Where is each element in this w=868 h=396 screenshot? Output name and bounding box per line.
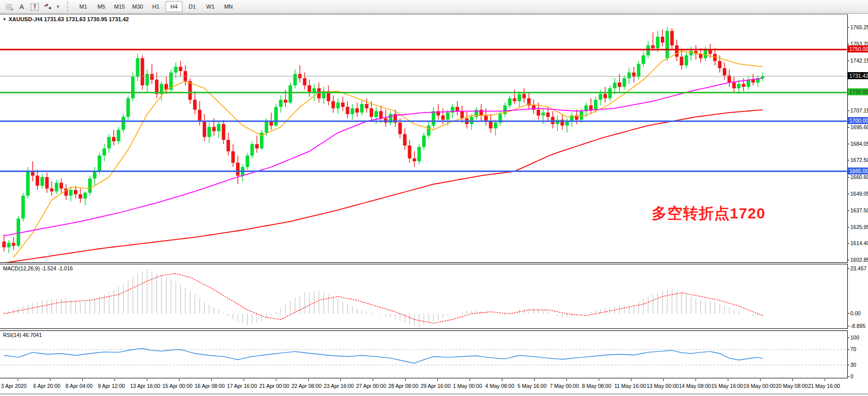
axis-tick-mark [847,268,849,269]
price-tick-label: 1625.95 [850,224,868,230]
axis-tick-mark [847,127,849,128]
rsi-chart[interactable] [0,331,847,378]
axis-tick-mark [847,313,849,314]
time-tick-mark [244,379,244,381]
price-tick-label: 1602.85 [850,257,868,263]
text-tool-icon[interactable]: A [16,2,28,12]
axis-tick-mark [847,326,849,326]
rsi-tick-label: 30 [850,362,856,368]
time-tick-label: 20 May 08:00 [776,383,808,389]
fibonacci-grid-icon[interactable]: F [3,2,15,12]
time-tick-mark [566,379,567,381]
collapse-arrow-icon[interactable]: ▼ [3,17,7,22]
price-tick-label: 1614.40 [850,240,868,246]
time-tick-label: 5 May 16:00 [517,383,547,389]
toolbar-separator [67,2,70,12]
time-tick-label: 11 May 16:00 [614,383,646,389]
macd-chart[interactable] [0,264,847,328]
time-tick-label: 19 May 00:00 [743,383,776,389]
axis-tick-mark [847,110,849,111]
time-tick-mark [211,379,212,381]
tf-button-h4[interactable]: H4 [165,1,183,12]
price-tick-label: 1684.05 [850,141,868,147]
rsi-panel[interactable] [0,330,848,378]
tf-button-w1[interactable]: W1 [202,1,219,12]
time-tick-mark [437,379,438,381]
macd-tick-label: 23.457 [850,265,866,271]
macd-panel[interactable] [0,264,848,329]
window-bottom-edge [0,393,868,394]
time-tick-label: 15 May 16:00 [711,383,743,389]
time-tick-mark [373,379,373,381]
time-tick-label: 22 Apr 08:00 [292,383,322,389]
price-flag-1720.00: 1720.00 [848,88,868,95]
time-tick-mark [502,379,502,381]
time-tick-label: 7 May 00:00 [550,383,579,389]
time-tick-label: 21 Apr 00:00 [259,383,290,389]
price-flag-1665.00: 1665.00 [848,167,868,175]
tf-button-m1[interactable]: M1 [75,1,92,12]
time-axis[interactable]: 3 Apr 20206 Apr 20:008 Apr 04:009 Apr 12… [0,379,868,393]
price-tick-label: 1649.05 [850,191,868,197]
time-tick-label: 23 Apr 16:00 [324,383,354,389]
time-tick-label: 13 Apr 16:00 [130,383,160,389]
axis-tick-mark [847,160,849,160]
time-tick-mark [696,379,696,381]
arrows-tool-icon[interactable] [42,2,54,12]
rsi-tick-label: 70 [850,346,856,352]
macd-tick-label: 0.00 [850,310,860,316]
top-toolbar: F A T ▾ M1M5M15M30H1H4D1W1MN [0,0,868,14]
symbol-ohlc-text: XAUUSD-,H4 1731.63 1731.63 1730.95 1731.… [9,16,129,22]
axis-tick-mark [847,260,849,260]
axis-tick-mark [847,61,849,61]
time-tick-label: 8 Apr 04:00 [66,383,93,389]
axis-tick-mark [847,365,849,365]
axis-tick-mark [847,194,849,194]
price-tick-label: 1765.25 [850,24,868,30]
tf-button-d1[interactable]: D1 [184,1,201,12]
time-tick-label: 21 May 16:00 [808,383,840,389]
time-tick-mark [534,379,535,381]
price-flag-1731.42: 1731.42 [848,72,868,79]
time-tick-mark [147,379,147,381]
chart-annotation-text: 多空转折点1720 [652,203,766,224]
time-tick-label: 17 Apr 16:00 [227,383,257,389]
price-tick-label: 1742.15 [850,58,868,64]
mt4-chart-window: { "toolbar": { "tools": [ {"name": "fibo… [0,0,868,396]
price-tick-label: 1637.50 [850,207,868,213]
axis-tick-mark [847,44,849,44]
time-tick-label: 14 May 08:00 [679,383,711,389]
axis-tick-mark [847,210,849,211]
time-tick-mark [405,379,406,381]
time-tick-label: 1 May 00:00 [453,383,482,389]
tf-button-m5[interactable]: M5 [93,1,110,12]
price-tick-label: 1660.60 [850,174,868,180]
time-tick-mark [760,379,761,381]
time-tick-mark [663,379,664,381]
boxed-t-glyph: T [31,3,39,11]
timeframe-button-group: M1M5M15M30H1H4D1W1MN [74,1,238,12]
time-tick-mark [308,379,309,381]
axis-tick-mark [847,177,849,178]
time-tick-label: 9 Apr 12:00 [98,383,125,389]
tf-button-mn[interactable]: MN [220,1,237,12]
axis-tick-mark [847,337,849,338]
time-tick-mark [179,379,180,381]
time-tick-label: 13 May 00:00 [647,383,679,389]
caret-down-icon[interactable]: ▾ [55,2,61,12]
axis-tick-mark [847,27,849,28]
text-label-tool-icon[interactable]: T [29,2,41,12]
time-tick-mark [728,379,728,381]
price-chart-panel[interactable] [0,14,848,263]
axis-tick-mark [847,349,849,350]
tf-button-h1[interactable]: H1 [147,1,164,12]
tf-button-m15[interactable]: M15 [111,1,128,12]
axis-tick-mark [847,376,849,377]
macd-indicator-label: MACD(12,26,9) -1.524 -1.016 [3,265,73,271]
time-tick-mark [825,379,825,381]
candlestick-chart[interactable] [0,15,847,262]
tf-button-m30[interactable]: M30 [129,1,146,12]
time-tick-mark [82,379,83,381]
price-tick-label: 1695.60 [850,124,868,130]
time-tick-mark [276,379,276,381]
